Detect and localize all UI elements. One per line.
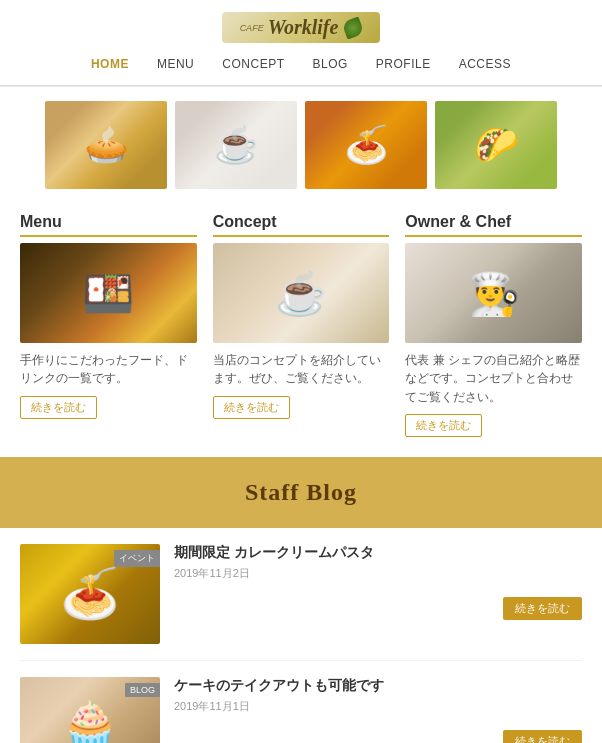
- main-nav: HOME MENU CONCEPT BLOG PROFILE ACCESS: [0, 51, 602, 77]
- hero-section: [0, 87, 602, 203]
- blog-post-1: イベント 期間限定 カレークリームパスタ 2019年11月2日 続きを読む: [20, 528, 582, 661]
- menu-col-description: 手作りにこだわったフード、ドリンクの一覧です。: [20, 351, 197, 388]
- logo-leaf-icon: [342, 16, 365, 39]
- logo-text: Worklife: [268, 16, 339, 39]
- owner-col-image: [405, 243, 582, 343]
- concept-read-more-button[interactable]: 続きを読む: [213, 396, 290, 419]
- blog-post-2-tag: BLOG: [125, 683, 160, 697]
- blog-post-2-read-more-container: 続きを読む: [174, 730, 582, 743]
- nav-home[interactable]: HOME: [91, 57, 129, 71]
- concept-col-title: Concept: [213, 213, 390, 237]
- blog-post-1-image: イベント: [20, 544, 160, 644]
- nav-concept[interactable]: CONCEPT: [222, 57, 284, 71]
- menu-read-more-button[interactable]: 続きを読む: [20, 396, 97, 419]
- blog-post-1-date: 2019年11月2日: [174, 566, 582, 581]
- blog-post-2-content: ケーキのテイクアウトも可能です 2019年11月1日 続きを読む: [174, 677, 582, 743]
- site-logo[interactable]: CAFE Worklife: [222, 12, 381, 43]
- blog-post-2-image: BLOG: [20, 677, 160, 743]
- nav-profile[interactable]: PROFILE: [376, 57, 431, 71]
- owner-read-more-button[interactable]: 続きを読む: [405, 414, 482, 437]
- concept-col: Concept 当店のコンセプトを紹介しています。ぜひ、ご覧ください。 続きを読…: [213, 213, 390, 437]
- menu-col-image: [20, 243, 197, 343]
- blog-post-2-read-more-button[interactable]: 続きを読む: [503, 730, 582, 743]
- blog-post-1-read-more-container: 続きを読む: [174, 597, 582, 620]
- owner-col: Owner & Chef 代表 兼 シェフの自己紹介と略歴などです。コンセプトと…: [405, 213, 582, 437]
- blog-post-1-title: 期間限定 カレークリームパスタ: [174, 544, 582, 562]
- staff-blog-header: Staff Blog: [0, 457, 602, 528]
- nav-menu[interactable]: MENU: [157, 57, 194, 71]
- blog-post-1-tag: イベント: [114, 550, 160, 567]
- hero-image-pasta: [305, 101, 427, 189]
- blog-post-2-title: ケーキのテイクアウトも可能です: [174, 677, 582, 695]
- concept-col-description: 当店のコンセプトを紹介しています。ぜひ、ご覧ください。: [213, 351, 390, 388]
- three-col-section: Menu 手作りにこだわったフード、ドリンクの一覧です。 続きを読む Conce…: [0, 203, 602, 457]
- menu-col: Menu 手作りにこだわったフード、ドリンクの一覧です。 続きを読む: [20, 213, 197, 437]
- blog-post-1-read-more-button[interactable]: 続きを読む: [503, 597, 582, 620]
- blog-post-1-content: 期間限定 カレークリームパスタ 2019年11月2日 続きを読む: [174, 544, 582, 620]
- nav-access[interactable]: ACCESS: [459, 57, 511, 71]
- owner-col-description: 代表 兼 シェフの自己紹介と略歴などです。コンセプトと合わせてご覧ください。: [405, 351, 582, 406]
- hero-image-tacos: [435, 101, 557, 189]
- hero-image-pie: [45, 101, 167, 189]
- blog-section: イベント 期間限定 カレークリームパスタ 2019年11月2日 続きを読む BL…: [0, 528, 602, 743]
- logo-cafe-text: CAFE: [240, 23, 264, 33]
- staff-blog-title: Staff Blog: [0, 479, 602, 506]
- menu-col-title: Menu: [20, 213, 197, 237]
- blog-post-2: BLOG ケーキのテイクアウトも可能です 2019年11月1日 続きを読む: [20, 661, 582, 743]
- site-header: CAFE Worklife HOME MENU CONCEPT BLOG PRO…: [0, 0, 602, 86]
- hero-image-coffee: [175, 101, 297, 189]
- blog-post-2-date: 2019年11月1日: [174, 699, 582, 714]
- owner-col-title: Owner & Chef: [405, 213, 582, 237]
- concept-col-image: [213, 243, 390, 343]
- nav-blog[interactable]: BLOG: [312, 57, 347, 71]
